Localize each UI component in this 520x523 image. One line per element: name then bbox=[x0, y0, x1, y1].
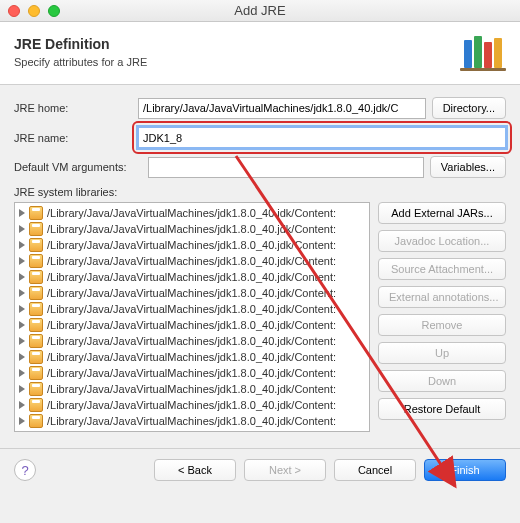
header-title: JRE Definition bbox=[14, 36, 147, 52]
close-icon[interactable] bbox=[8, 5, 20, 17]
library-item[interactable]: /Library/Java/JavaVirtualMachines/jdk1.8… bbox=[15, 269, 369, 285]
cancel-button[interactable]: Cancel bbox=[334, 459, 416, 481]
jar-icon bbox=[29, 206, 43, 220]
up-button[interactable]: Up bbox=[378, 342, 506, 364]
disclosure-triangle-icon[interactable] bbox=[19, 337, 25, 345]
library-item[interactable]: /Library/Java/JavaVirtualMachines/jdk1.8… bbox=[15, 253, 369, 269]
titlebar: Add JRE bbox=[0, 0, 520, 22]
library-path: /Library/Java/JavaVirtualMachines/jdk1.8… bbox=[47, 255, 336, 267]
library-item[interactable]: /Library/Java/JavaVirtualMachines/jdk1.8… bbox=[15, 301, 369, 317]
library-path: /Library/Java/JavaVirtualMachines/jdk1.8… bbox=[47, 415, 336, 427]
library-buttons: Add External JARs... Javadoc Location...… bbox=[378, 202, 506, 432]
vm-args-input[interactable] bbox=[148, 157, 424, 178]
library-item[interactable]: /Library/Java/JavaVirtualMachines/jdk1.8… bbox=[15, 237, 369, 253]
finish-button[interactable]: Finish bbox=[424, 459, 506, 481]
library-item[interactable]: /Library/Java/JavaVirtualMachines/jdk1.8… bbox=[15, 413, 369, 429]
library-item[interactable]: /Library/Java/JavaVirtualMachines/jdk1.8… bbox=[15, 285, 369, 301]
library-path: /Library/Java/JavaVirtualMachines/jdk1.8… bbox=[47, 383, 336, 395]
external-annotations-button[interactable]: External annotations... bbox=[378, 286, 506, 308]
jar-icon bbox=[29, 350, 43, 364]
jre-home-label: JRE home: bbox=[14, 102, 132, 114]
library-path: /Library/Java/JavaVirtualMachines/jdk1.8… bbox=[47, 271, 336, 283]
disclosure-triangle-icon[interactable] bbox=[19, 321, 25, 329]
jar-icon bbox=[29, 302, 43, 316]
library-path: /Library/Java/JavaVirtualMachines/jdk1.8… bbox=[47, 399, 336, 411]
down-button[interactable]: Down bbox=[378, 370, 506, 392]
jar-icon bbox=[29, 366, 43, 380]
jar-icon bbox=[29, 254, 43, 268]
back-button[interactable]: < Back bbox=[154, 459, 236, 481]
library-path: /Library/Java/JavaVirtualMachines/jdk1.8… bbox=[47, 223, 336, 235]
window-title: Add JRE bbox=[0, 3, 520, 18]
svg-rect-4 bbox=[460, 68, 506, 71]
dialog-content: JRE home: Directory... JRE name: Default… bbox=[0, 85, 520, 440]
disclosure-triangle-icon[interactable] bbox=[19, 209, 25, 217]
jar-icon bbox=[29, 222, 43, 236]
variables-button[interactable]: Variables... bbox=[430, 156, 506, 178]
library-item[interactable]: /Library/Java/JavaVirtualMachines/jdk1.8… bbox=[15, 365, 369, 381]
help-button[interactable]: ? bbox=[14, 459, 36, 481]
system-libraries-label: JRE system libraries: bbox=[14, 186, 506, 198]
disclosure-triangle-icon[interactable] bbox=[19, 417, 25, 425]
library-item[interactable]: /Library/Java/JavaVirtualMachines/jdk1.8… bbox=[15, 205, 369, 221]
disclosure-triangle-icon[interactable] bbox=[19, 289, 25, 297]
svg-rect-1 bbox=[474, 36, 482, 68]
svg-rect-0 bbox=[464, 40, 472, 68]
jar-icon bbox=[29, 318, 43, 332]
next-button[interactable]: Next > bbox=[244, 459, 326, 481]
disclosure-triangle-icon[interactable] bbox=[19, 225, 25, 233]
jar-icon bbox=[29, 238, 43, 252]
jar-icon bbox=[29, 414, 43, 428]
jre-home-input[interactable] bbox=[138, 98, 426, 119]
svg-rect-2 bbox=[484, 42, 492, 68]
source-attachment-button[interactable]: Source Attachment... bbox=[378, 258, 506, 280]
disclosure-triangle-icon[interactable] bbox=[19, 241, 25, 249]
library-item[interactable]: /Library/Java/JavaVirtualMachines/jdk1.8… bbox=[15, 397, 369, 413]
library-path: /Library/Java/JavaVirtualMachines/jdk1.8… bbox=[47, 367, 336, 379]
disclosure-triangle-icon[interactable] bbox=[19, 369, 25, 377]
vm-args-label: Default VM arguments: bbox=[14, 161, 142, 173]
dialog-header: JRE Definition Specify attributes for a … bbox=[0, 22, 520, 85]
separator bbox=[0, 448, 520, 449]
add-external-jars-button[interactable]: Add External JARs... bbox=[378, 202, 506, 224]
library-item[interactable]: /Library/Java/JavaVirtualMachines/jdk1.8… bbox=[15, 317, 369, 333]
disclosure-triangle-icon[interactable] bbox=[19, 305, 25, 313]
library-item[interactable]: /Library/Java/JavaVirtualMachines/jdk1.8… bbox=[15, 349, 369, 365]
jre-name-label: JRE name: bbox=[14, 132, 132, 144]
library-path: /Library/Java/JavaVirtualMachines/jdk1.8… bbox=[47, 319, 336, 331]
library-path: /Library/Java/JavaVirtualMachines/jdk1.8… bbox=[47, 335, 336, 347]
library-item[interactable]: /Library/Java/JavaVirtualMachines/jdk1.8… bbox=[15, 333, 369, 349]
window-controls bbox=[8, 5, 60, 17]
directory-button[interactable]: Directory... bbox=[432, 97, 506, 119]
library-path: /Library/Java/JavaVirtualMachines/jdk1.8… bbox=[47, 303, 336, 315]
jar-icon bbox=[29, 398, 43, 412]
library-path: /Library/Java/JavaVirtualMachines/jdk1.8… bbox=[47, 351, 336, 363]
disclosure-triangle-icon[interactable] bbox=[19, 353, 25, 361]
jar-icon bbox=[29, 286, 43, 300]
library-path: /Library/Java/JavaVirtualMachines/jdk1.8… bbox=[47, 239, 336, 251]
jar-icon bbox=[29, 270, 43, 284]
jre-name-input[interactable] bbox=[138, 127, 506, 148]
header-subtitle: Specify attributes for a JRE bbox=[14, 56, 147, 68]
jar-icon bbox=[29, 382, 43, 396]
disclosure-triangle-icon[interactable] bbox=[19, 401, 25, 409]
restore-default-button[interactable]: Restore Default bbox=[378, 398, 506, 420]
library-path: /Library/Java/JavaVirtualMachines/jdk1.8… bbox=[47, 287, 336, 299]
system-libraries-list[interactable]: /Library/Java/JavaVirtualMachines/jdk1.8… bbox=[14, 202, 370, 432]
svg-rect-3 bbox=[494, 38, 502, 68]
remove-button[interactable]: Remove bbox=[378, 314, 506, 336]
javadoc-location-button[interactable]: Javadoc Location... bbox=[378, 230, 506, 252]
zoom-icon[interactable] bbox=[48, 5, 60, 17]
disclosure-triangle-icon[interactable] bbox=[19, 385, 25, 393]
disclosure-triangle-icon[interactable] bbox=[19, 273, 25, 281]
jar-icon bbox=[29, 334, 43, 348]
minimize-icon[interactable] bbox=[28, 5, 40, 17]
library-item[interactable]: /Library/Java/JavaVirtualMachines/jdk1.8… bbox=[15, 381, 369, 397]
library-item[interactable]: /Library/Java/JavaVirtualMachines/jdk1.8… bbox=[15, 221, 369, 237]
disclosure-triangle-icon[interactable] bbox=[19, 257, 25, 265]
library-path: /Library/Java/JavaVirtualMachines/jdk1.8… bbox=[47, 207, 336, 219]
dialog-footer: ? < Back Next > Cancel Finish bbox=[0, 459, 520, 493]
library-icon bbox=[460, 32, 506, 72]
